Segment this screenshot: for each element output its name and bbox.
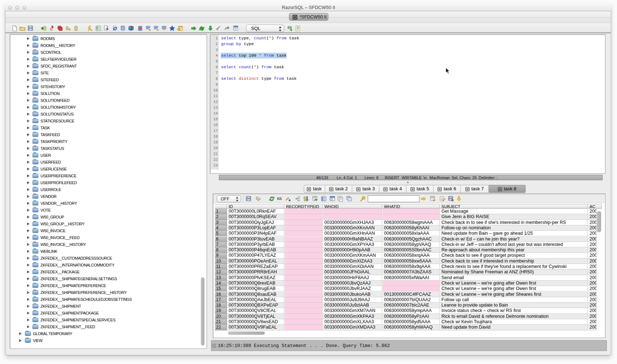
- svg-text:66: 66: [277, 196, 282, 201]
